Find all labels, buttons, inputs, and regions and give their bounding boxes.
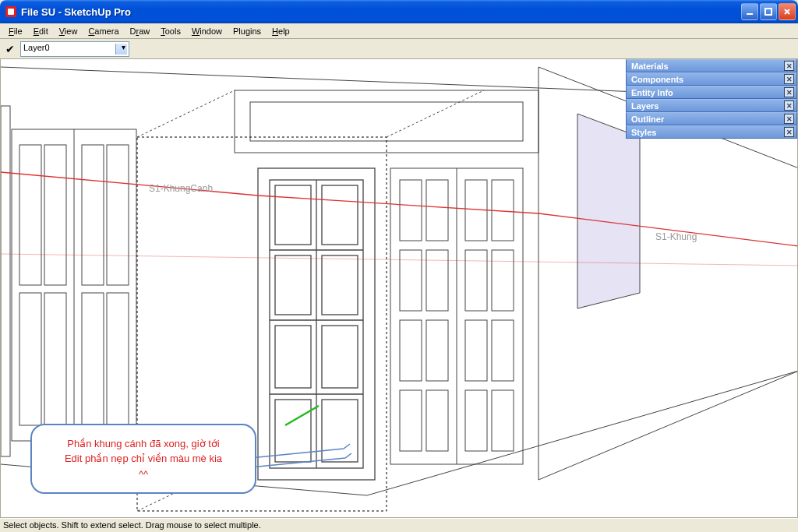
panel-entity-info[interactable]: Entity Info✕ <box>626 86 797 99</box>
window-title: File SU - SketchUp Pro <box>21 6 741 18</box>
maximize-button[interactable] <box>760 3 777 20</box>
svg-rect-41 <box>426 180 448 241</box>
panel-materials[interactable]: Materials✕ <box>626 59 797 72</box>
app-icon <box>5 5 17 18</box>
svg-rect-44 <box>400 250 422 311</box>
titlebar: File SU - SketchUp Pro <box>0 0 798 23</box>
svg-rect-47 <box>492 250 514 311</box>
panel-label: Outliner <box>631 115 664 124</box>
menu-camera[interactable]: Camera <box>83 25 124 37</box>
svg-line-36 <box>387 90 484 137</box>
close-icon[interactable]: ✕ <box>784 74 794 84</box>
svg-line-58 <box>538 371 798 480</box>
svg-rect-29 <box>322 255 358 315</box>
menu-plugins[interactable]: Plugins <box>228 25 267 37</box>
anno-left: S1-KhungCanh <box>149 183 213 194</box>
svg-rect-48 <box>400 320 422 381</box>
svg-rect-53 <box>426 390 448 451</box>
svg-rect-51 <box>492 320 514 381</box>
callout-bubble: Phần khung cánh đã xong, giờ tới Edit ph… <box>30 424 256 495</box>
menu-view[interactable]: View <box>54 25 83 37</box>
svg-rect-1 <box>8 9 14 15</box>
svg-rect-27 <box>322 185 358 245</box>
close-icon[interactable]: ✕ <box>784 87 794 97</box>
menu-file[interactable]: File <box>3 25 28 37</box>
panel-outliner[interactable]: Outliner✕ <box>626 112 797 125</box>
svg-rect-19 <box>250 102 523 141</box>
menu-draw[interactable]: Draw <box>125 25 156 37</box>
svg-rect-31 <box>322 326 358 388</box>
svg-rect-13 <box>107 145 129 285</box>
svg-rect-14 <box>19 293 41 425</box>
svg-rect-40 <box>400 180 422 241</box>
svg-rect-18 <box>235 90 538 153</box>
panel-components[interactable]: Components✕ <box>626 72 797 86</box>
svg-rect-55 <box>492 390 514 451</box>
svg-rect-54 <box>465 390 487 451</box>
panel-layers[interactable]: Layers✕ <box>626 99 797 112</box>
statusbar: Select objects. Shift to extend select. … <box>0 518 798 531</box>
svg-rect-49 <box>426 320 448 381</box>
svg-rect-12 <box>82 145 104 285</box>
minimize-button[interactable] <box>741 3 758 20</box>
close-icon[interactable]: ✕ <box>784 127 794 137</box>
layer-select-value: Layer0 <box>23 43 50 52</box>
close-icon[interactable]: ✕ <box>784 114 794 124</box>
panel-label: Materials <box>631 62 669 71</box>
svg-rect-11 <box>44 145 66 285</box>
svg-line-6 <box>367 371 798 495</box>
anno-right: S1-Khung <box>655 231 697 242</box>
layer-select[interactable]: Layer0 <box>20 41 129 57</box>
callout-line: ^^ <box>44 467 242 482</box>
callout-line: Edit phần nẹp chỉ viền màu mè kia <box>44 451 242 467</box>
panel-label: Components <box>631 75 683 84</box>
menubar: File Edit View Camera Draw Tools Window … <box>0 23 798 39</box>
svg-rect-17 <box>107 293 129 425</box>
panel-label: Styles <box>631 128 656 137</box>
svg-rect-52 <box>400 390 422 451</box>
svg-rect-2 <box>747 13 753 15</box>
close-button[interactable] <box>779 3 796 20</box>
svg-rect-7 <box>1 106 10 456</box>
callout-line: Phần khung cánh đã xong, giờ tới <box>44 436 242 452</box>
close-icon[interactable]: ✕ <box>784 61 794 71</box>
svg-rect-16 <box>82 293 104 425</box>
svg-line-60 <box>285 406 319 425</box>
menu-help[interactable]: Help <box>267 25 295 37</box>
svg-rect-46 <box>465 250 487 311</box>
menu-edit[interactable]: Edit <box>28 25 54 37</box>
svg-rect-15 <box>44 293 66 425</box>
panel-label: Layers <box>631 101 659 111</box>
svg-line-35 <box>137 90 235 137</box>
svg-rect-28 <box>275 255 311 315</box>
svg-rect-33 <box>322 400 358 462</box>
panel-styles[interactable]: Styles✕ <box>626 125 797 139</box>
svg-rect-30 <box>275 326 311 388</box>
svg-rect-10 <box>19 145 41 285</box>
status-text: Select objects. Shift to extend select. … <box>3 520 261 530</box>
visibility-icon[interactable]: ✔ <box>3 42 17 56</box>
toolbar: ✔ Layer0 <box>0 39 798 59</box>
menu-window[interactable]: Window <box>186 25 228 37</box>
svg-rect-26 <box>275 185 311 245</box>
svg-rect-50 <box>465 320 487 381</box>
svg-rect-45 <box>426 250 448 311</box>
close-icon[interactable]: ✕ <box>784 100 794 111</box>
menu-tools[interactable]: Tools <box>155 25 186 37</box>
panel-label: Entity Info <box>631 88 673 97</box>
docked-panels: Materials✕ Components✕ Entity Info✕ Laye… <box>626 59 797 139</box>
svg-marker-57 <box>577 114 640 308</box>
viewport[interactable]: S1-KhungCanh S1-Khung Materials✕ Compone… <box>0 59 798 518</box>
svg-rect-3 <box>765 9 772 15</box>
